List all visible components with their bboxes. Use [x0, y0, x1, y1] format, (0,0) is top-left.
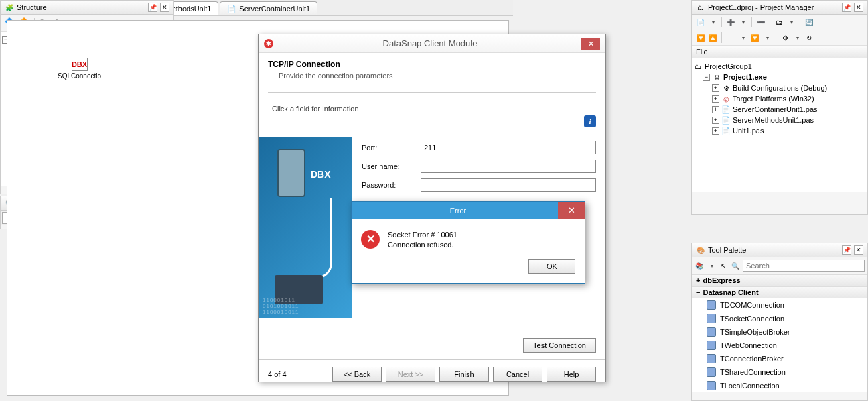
- separator: [800, 17, 800, 27]
- collapse-icon[interactable]: 🔼: [708, 33, 717, 42]
- server-icon: [277, 149, 305, 197]
- close-button[interactable]: ✕: [558, 202, 585, 219]
- project-tree: 🗂 ProjectGroup1 − ⚙ Project1.exe + Build…: [692, 58, 867, 192]
- expand-icon[interactable]: +: [712, 127, 719, 135]
- item-tsharedconnection[interactable]: TSharedConnection: [692, 365, 867, 379]
- tab-servercontainer[interactable]: ServerContainerUnit1: [220, 1, 317, 15]
- expand-icon[interactable]: +: [712, 117, 719, 124]
- tab-label: ServerContainerUnit1: [239, 5, 310, 13]
- expand-icon[interactable]: 🔽: [696, 33, 705, 42]
- remove-icon[interactable]: ➖: [756, 17, 766, 27]
- tree-node-unit1[interactable]: + Unit1.pas: [693, 125, 866, 136]
- username-label: User name:: [362, 162, 415, 170]
- structure-title: Structure: [17, 3, 47, 11]
- dropdown-icon[interactable]: [792, 33, 802, 42]
- back-button[interactable]: << Back: [332, 367, 382, 382]
- item-label: TConnectionBroker: [720, 355, 784, 363]
- node-label: Build Configurations (Debug): [733, 84, 827, 92]
- search-input[interactable]: [743, 260, 865, 272]
- palette-icon: 🎨: [696, 245, 705, 255]
- group-icon: 🗂: [693, 62, 703, 71]
- refresh-icon[interactable]: ↻: [804, 33, 814, 42]
- dropdown-icon[interactable]: [708, 17, 717, 27]
- item-tsocketconnection[interactable]: TSocketConnection: [692, 312, 867, 325]
- category-label: dbExpress: [703, 276, 740, 284]
- view-icon[interactable]: 🗂: [774, 17, 784, 27]
- tree-node-build[interactable]: + Build Configurations (Debug): [693, 82, 866, 93]
- password-input[interactable]: [421, 178, 596, 192]
- dropdown-icon[interactable]: [786, 17, 796, 27]
- tool-palette-panel: 🎨 Tool Palette 📌 ✕ 📚 ↖ 🔍 + dbExpress − D…: [691, 243, 868, 401]
- tree-node-smu[interactable]: + ServerMethodsUnit1.pas: [693, 115, 866, 125]
- close-button[interactable]: ✕: [160, 3, 169, 12]
- node-label: Project1.exe: [723, 73, 767, 81]
- username-row: User name:: [362, 160, 596, 173]
- item-twebconnection[interactable]: TWebConnection: [692, 339, 867, 352]
- filter-icon[interactable]: 🔽: [750, 33, 760, 42]
- tree-node-target[interactable]: + Target Platforms (Win32): [693, 93, 866, 104]
- component-label: SQLConnectio: [58, 72, 101, 80]
- help-button[interactable]: Help: [547, 367, 596, 382]
- port-input[interactable]: [421, 141, 596, 154]
- info-icon[interactable]: i: [584, 115, 596, 127]
- error-title: Error: [358, 207, 558, 215]
- node-label: Unit1.pas: [733, 127, 764, 135]
- close-button[interactable]: ✕: [854, 245, 863, 255]
- projmgr-title: Project1.dproj - Project Manager: [708, 3, 814, 11]
- item-label: TSimpleObjectBroker: [720, 328, 790, 336]
- category-dbexpress[interactable]: + dbExpress: [692, 274, 867, 286]
- component-icon: [707, 381, 716, 390]
- test-connection-button[interactable]: Test Connection: [523, 338, 596, 353]
- dropdown-icon[interactable]: [738, 17, 747, 27]
- expand-icon[interactable]: +: [712, 106, 719, 113]
- projmgr-toolbar-2: 🔽 🔼 ☰ 🔽 ⚙ ↻: [692, 30, 867, 46]
- item-tsimpleobjectbroker[interactable]: TSimpleObjectBroker: [692, 325, 867, 339]
- expand-icon[interactable]: +: [712, 84, 719, 92]
- structure-title-bar: 🧩 Structure 📌 ✕: [1, 1, 173, 15]
- project-manager-panel: 🗂 Project1.dproj - Project Manager 📌 ✕ 📄…: [691, 0, 868, 215]
- structure-icon: 🧩: [5, 3, 14, 12]
- expand-icon[interactable]: +: [712, 95, 719, 103]
- dropdown-icon[interactable]: [738, 33, 747, 42]
- pin-button[interactable]: 📌: [842, 245, 851, 255]
- close-button[interactable]: ✕: [581, 38, 600, 50]
- column-header-file[interactable]: File: [692, 46, 867, 58]
- item-label: TSocketConnection: [720, 314, 784, 323]
- tree-node-scu[interactable]: + ServerContainerUnit1.pas: [693, 104, 866, 115]
- expand-icon[interactable]: +: [696, 276, 700, 284]
- error-message: Socket Error # 10061 Connection refused.: [388, 230, 457, 251]
- new-icon[interactable]: 📄: [696, 17, 705, 27]
- cancel-button[interactable]: Cancel: [493, 367, 542, 382]
- item-tdcomconnection[interactable]: TDCOMConnection: [692, 298, 867, 312]
- username-input[interactable]: [421, 160, 596, 173]
- separator: [751, 17, 752, 27]
- close-button[interactable]: ✕: [854, 3, 863, 12]
- sqlconnection-component[interactable]: DBX SQLConnectio: [58, 58, 101, 80]
- collapse-icon[interactable]: −: [696, 288, 700, 296]
- dropdown-icon[interactable]: [762, 33, 772, 42]
- pointer-icon[interactable]: ↖: [719, 261, 728, 270]
- component-icon: [707, 327, 716, 337]
- item-label: TDCOMConnection: [720, 301, 784, 309]
- pin-button[interactable]: 📌: [842, 3, 851, 12]
- config-icon[interactable]: ⚙: [780, 33, 790, 42]
- list-icon[interactable]: ☰: [726, 33, 735, 42]
- wizard-hint: Click a field for information: [259, 98, 605, 115]
- wizard-titlebar[interactable]: ✱ DataSnap Client Module ✕: [259, 34, 605, 53]
- sync-icon[interactable]: 🔄: [804, 17, 814, 27]
- tree-node-group[interactable]: 🗂 ProjectGroup1: [693, 61, 866, 72]
- item-tconnectionbroker[interactable]: TConnectionBroker: [692, 352, 867, 365]
- category-icon[interactable]: 📚: [695, 261, 704, 270]
- pin-button[interactable]: 📌: [148, 3, 157, 12]
- finish-button[interactable]: Finish: [439, 367, 489, 382]
- search-icon: 🔍: [731, 261, 740, 270]
- collapse-icon[interactable]: −: [703, 74, 710, 81]
- dropdown-icon[interactable]: [707, 261, 716, 270]
- error-titlebar[interactable]: Error ✕: [352, 202, 585, 219]
- category-datasnap-client[interactable]: − Datasnap Client: [692, 286, 867, 298]
- wizard-header: TCP/IP Connection Provide the connection…: [259, 53, 605, 87]
- add-icon[interactable]: ➕: [726, 17, 735, 27]
- item-tlocalconnection[interactable]: TLocalConnection: [692, 379, 867, 392]
- tree-node-exe[interactable]: − ⚙ Project1.exe: [693, 72, 866, 82]
- ok-button[interactable]: OK: [528, 259, 575, 274]
